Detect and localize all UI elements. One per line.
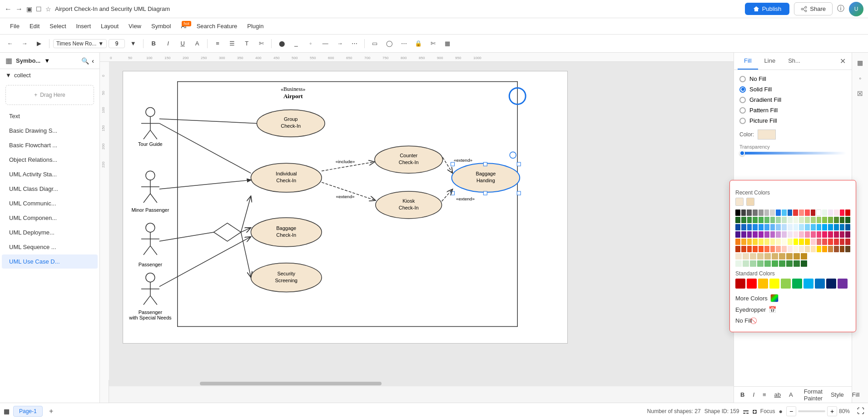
fill-color-button[interactable]: ⬤ [275, 37, 288, 50]
cc-o11[interactable] [794, 246, 799, 252]
cc-y15[interactable] [817, 239, 822, 245]
cc-lightblue[interactable] [782, 210, 787, 216]
cc-o9[interactable] [782, 246, 787, 252]
no-fill-row[interactable]: No Fill ⃠ [735, 315, 850, 326]
sidebar-item-uml-use-case[interactable]: UML Use Case D... [2, 254, 98, 269]
std-color-3[interactable] [758, 279, 768, 289]
color-preview[interactable] [758, 130, 776, 140]
format-font-color[interactable]: A [786, 390, 796, 399]
sidebar-item-basic-flowchart[interactable]: Basic Flowchart ... [2, 138, 98, 152]
undo-button[interactable]: ← [4, 37, 16, 50]
back-icon[interactable]: ← [5, 5, 12, 13]
share-button[interactable]: Share [794, 2, 833, 15]
cc-g16[interactable] [822, 217, 827, 223]
cc-b8[interactable] [776, 224, 781, 230]
cc-o3[interactable] [747, 246, 752, 252]
cc-o6[interactable] [764, 246, 769, 252]
cc-lg5[interactable] [764, 260, 771, 267]
bold-button[interactable]: B [147, 37, 160, 50]
cc-g17[interactable] [828, 217, 833, 223]
cc-pk4[interactable] [811, 231, 816, 238]
tab-fill[interactable]: Fill [738, 53, 758, 70]
cc-blue[interactable] [776, 210, 781, 216]
cc-y5[interactable] [759, 239, 764, 245]
menu-insert[interactable]: Insert [72, 21, 96, 31]
tab-icon[interactable]: ▣ [26, 5, 32, 13]
cc-b17[interactable] [828, 224, 833, 230]
cc-o8[interactable] [776, 246, 781, 252]
line-label[interactable]: Line [865, 390, 868, 399]
cc-y8[interactable] [776, 239, 781, 245]
redo-button[interactable]: → [18, 37, 31, 50]
cc-gray1[interactable] [753, 210, 758, 216]
font-color-button[interactable]: A [191, 37, 203, 50]
cc-b11[interactable] [794, 224, 799, 230]
cc-lg8[interactable] [786, 260, 793, 267]
cc-b16[interactable] [822, 224, 827, 230]
font-family-selector[interactable]: Times New Ro... ▼ [53, 39, 107, 48]
std-color-5[interactable] [781, 279, 791, 289]
canvas-area[interactable]: 0 50 100 150 200 250 300 350 400 450 500… [100, 53, 734, 403]
zoom-out-button[interactable]: − [786, 406, 796, 416]
cc-p7[interactable] [770, 231, 775, 238]
cc-y11[interactable] [794, 239, 799, 245]
cc-darkblue[interactable] [788, 210, 793, 216]
align-left-button[interactable]: ≡ [211, 37, 224, 50]
shape-rect-button[interactable]: ▭ [368, 37, 381, 50]
shape-more-button[interactable]: ⋯ [397, 37, 410, 50]
cc-pk7[interactable] [828, 231, 833, 238]
cc-b15[interactable] [817, 224, 822, 230]
cc-p1[interactable] [735, 231, 740, 238]
cc-o4[interactable] [753, 246, 758, 252]
cc-lg10[interactable] [801, 260, 807, 267]
cc-t3[interactable] [750, 253, 756, 259]
cc-lg1[interactable] [735, 260, 742, 267]
cc-g6[interactable] [764, 217, 769, 223]
sidebar-item-basic-drawing[interactable]: Basic Drawing S... [2, 124, 98, 138]
cc-g19[interactable] [840, 217, 845, 223]
style-label[interactable]: Style [828, 390, 847, 399]
menu-edit[interactable]: Edit [25, 21, 44, 31]
no-fill-option[interactable]: No Fill [739, 75, 846, 82]
star-icon[interactable]: ☆ [45, 5, 51, 13]
cc-pk6[interactable] [822, 231, 827, 238]
cc-g3[interactable] [747, 217, 752, 223]
tab-shape[interactable]: Sh... [782, 53, 807, 70]
cc-p4[interactable] [753, 231, 758, 238]
scrollbar-thumb[interactable] [200, 382, 382, 385]
cc-y10[interactable] [788, 239, 793, 245]
cc-lightred[interactable] [799, 210, 804, 216]
cc-g4[interactable] [753, 217, 758, 223]
search-icon[interactable]: 🔍 [81, 57, 89, 65]
cc-red2[interactable] [805, 210, 810, 216]
cc-o20[interactable] [845, 246, 850, 252]
cc-b2[interactable] [741, 224, 746, 230]
cc-pk3[interactable] [805, 231, 810, 238]
cc-y16[interactable] [822, 239, 827, 245]
cc-t8[interactable] [786, 253, 793, 259]
picture-fill-option[interactable]: Picture Fill [739, 117, 846, 124]
cc-y14[interactable] [811, 239, 816, 245]
std-color-9[interactable] [826, 279, 836, 289]
menu-select[interactable]: Select [45, 21, 70, 31]
panel-close-button[interactable]: ✕ [837, 56, 848, 67]
cc-p8[interactable] [776, 231, 781, 238]
cc-pk8[interactable] [834, 231, 839, 238]
gradient-fill-option[interactable]: Gradient Fill [739, 96, 846, 103]
cc-lg9[interactable] [794, 260, 800, 267]
horizontal-scrollbar[interactable] [109, 381, 734, 386]
sidebar-item-uml-sequence[interactable]: UML Sequence ... [2, 240, 98, 254]
cc-palered[interactable] [834, 210, 839, 216]
focus-icon[interactable]: ◘ [753, 408, 756, 415]
std-color-1[interactable] [735, 279, 745, 289]
cc-g11[interactable] [794, 217, 799, 223]
sidebar-item-uml-deployment[interactable]: UML Deployme... [2, 225, 98, 239]
cc-b5[interactable] [759, 224, 764, 230]
record-icon[interactable]: ● [779, 408, 783, 415]
cc-b20[interactable] [845, 224, 850, 230]
pattern-fill-option[interactable]: Pattern Fill [739, 107, 846, 114]
cc-g10[interactable] [788, 217, 793, 223]
menu-view[interactable]: View [124, 21, 146, 31]
zoom-slider[interactable] [798, 410, 825, 412]
underline-button[interactable]: U [176, 37, 189, 50]
